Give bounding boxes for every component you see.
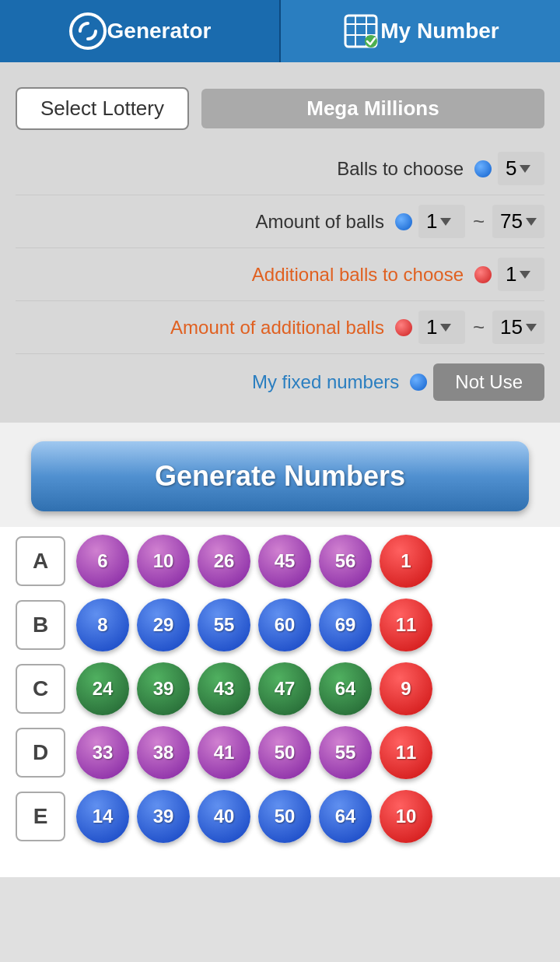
ball-d-0[interactable]: 33 — [76, 726, 129, 779]
ball-d-3[interactable]: 50 — [258, 726, 311, 779]
tab-my-number[interactable]: My Number — [281, 0, 560, 62]
amount-of-additional-balls-row: Amount of additional balls 1 ~ 15 — [16, 301, 544, 354]
balls-container-d: 333841505511 — [76, 726, 432, 779]
not-use-button[interactable]: Not Use — [433, 363, 544, 401]
additional-balls-to-choose-row: Additional balls to choose 1 — [16, 248, 544, 301]
ball-e-2[interactable]: 40 — [198, 790, 250, 843]
balls-container-e: 143940506410 — [76, 790, 432, 843]
ball-c-1[interactable]: 39 — [137, 662, 190, 715]
ball-b-2[interactable]: 55 — [198, 599, 250, 651]
balls-container-b: 82955606911 — [76, 599, 432, 651]
tab-bar: Generator My Number — [0, 0, 560, 62]
lottery-select-row: Select Lottery Mega Millions — [16, 75, 544, 142]
amount-of-additional-balls-label: Amount of additional balls — [16, 317, 395, 339]
ball-d-4[interactable]: 55 — [319, 726, 372, 779]
svg-point-0 — [71, 14, 105, 48]
additional-balls-min[interactable]: 1 — [418, 311, 465, 344]
ball-e-5[interactable]: 10 — [380, 790, 432, 843]
result-row-d: D333841505511 — [16, 726, 544, 779]
tab-generator-label: Generator — [107, 19, 212, 44]
row-label-b: B — [16, 600, 65, 650]
ball-a-0[interactable]: 6 — [76, 535, 129, 588]
ball-e-3[interactable]: 50 — [258, 790, 311, 843]
ball-b-1[interactable]: 29 — [137, 599, 190, 651]
additional-balls-value[interactable]: 1 — [498, 258, 544, 291]
ball-c-3[interactable]: 47 — [258, 662, 311, 715]
my-fixed-numbers-label: My fixed numbers — [16, 371, 410, 393]
ball-b-5[interactable]: 11 — [380, 599, 432, 651]
result-row-c: C24394347649 — [16, 662, 544, 715]
ball-a-1[interactable]: 10 — [137, 535, 190, 588]
ball-e-4[interactable]: 64 — [319, 790, 372, 843]
ball-d-2[interactable]: 41 — [198, 726, 250, 779]
blue-ball-indicator-2 — [395, 213, 412, 230]
balls-to-choose-row: Balls to choose 5 — [16, 142, 544, 195]
settings-area: Select Lottery Mega Millions Balls to ch… — [0, 62, 560, 423]
ball-b-4[interactable]: 69 — [319, 599, 372, 651]
result-row-b: B82955606911 — [16, 599, 544, 651]
tab-my-number-label: My Number — [380, 19, 499, 44]
ball-c-4[interactable]: 64 — [319, 662, 372, 715]
ball-e-0[interactable]: 14 — [76, 790, 129, 843]
ball-b-3[interactable]: 60 — [258, 599, 311, 651]
result-row-a: A6102645561 — [16, 535, 544, 588]
row-label-d: D — [16, 728, 65, 778]
ball-a-4[interactable]: 56 — [319, 535, 372, 588]
balls-to-choose-label: Balls to choose — [16, 158, 474, 180]
ball-b-0[interactable]: 8 — [76, 599, 129, 651]
my-fixed-numbers-row: My fixed numbers Not Use — [16, 354, 544, 410]
tab-generator[interactable]: Generator — [0, 0, 279, 62]
ball-c-0[interactable]: 24 — [76, 662, 129, 715]
my-number-icon — [341, 12, 380, 51]
select-lottery-button[interactable]: Select Lottery — [16, 87, 189, 130]
red-ball-indicator-2 — [395, 319, 412, 336]
ball-c-5[interactable]: 9 — [380, 662, 432, 715]
row-label-e: E — [16, 792, 65, 841]
lottery-name-display: Mega Millions — [201, 89, 544, 128]
app-logo-icon — [68, 12, 107, 51]
ball-d-5[interactable]: 11 — [380, 726, 432, 779]
ball-c-2[interactable]: 43 — [198, 662, 250, 715]
generate-numbers-button[interactable]: Generate Numbers — [31, 441, 529, 511]
blue-ball-indicator-3 — [410, 374, 427, 391]
ball-e-1[interactable]: 39 — [137, 790, 190, 843]
tilde-separator-2: ~ — [473, 315, 485, 339]
results-area: A6102645561B82955606911C24394347649D3338… — [0, 527, 560, 877]
ball-d-1[interactable]: 38 — [137, 726, 190, 779]
additional-balls-max[interactable]: 15 — [492, 311, 544, 344]
additional-balls-label: Additional balls to choose — [16, 264, 474, 286]
result-row-e: E143940506410 — [16, 790, 544, 843]
balls-container-c: 24394347649 — [76, 662, 432, 715]
blue-ball-indicator-1 — [474, 160, 492, 177]
generate-area: Generate Numbers — [0, 423, 560, 527]
ball-a-2[interactable]: 26 — [198, 535, 250, 588]
red-ball-indicator-1 — [474, 266, 492, 283]
amount-of-balls-min[interactable]: 1 — [418, 205, 465, 238]
ball-a-5[interactable]: 1 — [380, 535, 432, 588]
amount-of-balls-label: Amount of balls — [16, 211, 395, 233]
row-label-c: C — [16, 664, 65, 714]
row-label-a: A — [16, 536, 65, 586]
amount-of-balls-max[interactable]: 75 — [492, 205, 544, 238]
tilde-separator-1: ~ — [473, 209, 485, 233]
balls-to-choose-value[interactable]: 5 — [498, 152, 544, 185]
amount-of-balls-row: Amount of balls 1 ~ 75 — [16, 195, 544, 248]
balls-container-a: 6102645561 — [76, 535, 432, 588]
ball-a-3[interactable]: 45 — [258, 535, 311, 588]
